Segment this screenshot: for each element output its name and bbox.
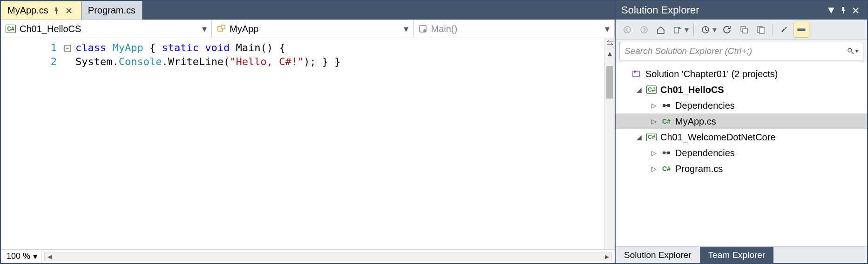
svg-rect-16 [633, 71, 639, 77]
tree-label: Dependencies [675, 148, 735, 158]
window-dropdown-icon[interactable]: ▼ [825, 4, 837, 16]
expand-toggle-icon[interactable] [635, 86, 643, 93]
chevron-down-icon: ▾ [605, 23, 610, 34]
tree-label: Dependencies [675, 100, 735, 111]
zoom-label: 100 % [7, 251, 30, 261]
svg-point-6 [641, 26, 647, 33]
scroll-left-icon[interactable]: ◂ [45, 252, 54, 261]
tree-node[interactable]: C#Program.cs [616, 161, 867, 177]
sync-with-active-icon[interactable] [670, 22, 685, 38]
search-icon[interactable]: ▾ [847, 47, 858, 55]
chevron-down-icon: ▾ [202, 23, 207, 34]
vertical-scrollbar[interactable]: ▴ [604, 38, 615, 249]
svg-rect-13 [798, 29, 805, 31]
cs-icon: C# [661, 116, 671, 126]
nav-member-dropdown[interactable]: Main() ▾ [414, 20, 615, 38]
svg-rect-19 [663, 152, 665, 154]
solution-explorer-panel: Solution Explorer ▼ ▾ ▾ [616, 1, 867, 263]
solution-search[interactable]: ▾ [619, 42, 863, 60]
nav-class-label: MyApp [230, 24, 258, 34]
fold-column[interactable]: − [61, 38, 74, 249]
svg-point-5 [624, 26, 631, 33]
solution-tree[interactable]: Solution 'Chapter01' (2 projects)C#Ch01_… [616, 62, 867, 246]
proj-icon: C# [646, 85, 657, 95]
tree-label: Program.cs [675, 164, 723, 174]
chevron-down-icon: ▾ [404, 23, 408, 34]
class-icon [217, 24, 226, 33]
properties-icon[interactable] [777, 22, 793, 38]
tree-node[interactable]: Dependencies [616, 145, 867, 161]
svg-rect-10 [743, 28, 747, 33]
tab-team-explorer[interactable]: Team Explorer [700, 247, 774, 263]
panel-title: Solution Explorer [621, 4, 699, 16]
fold-toggle-icon[interactable]: − [64, 45, 71, 52]
scroll-up-icon[interactable]: ▴ [605, 48, 615, 59]
line-number: 2 [1, 55, 57, 69]
editor-pane: MyApp.cs Program.cs C# Ch01_HelloCS ▾ [1, 1, 616, 263]
pending-changes-icon[interactable] [698, 22, 713, 38]
method-icon [418, 24, 427, 33]
svg-rect-4 [424, 30, 426, 32]
split-editor-icon[interactable] [605, 38, 615, 48]
sln-icon [631, 69, 642, 79]
nav-scope-label: Ch01_HelloCS [20, 24, 81, 34]
scroll-right-icon[interactable]: ▸ [602, 252, 611, 261]
code-text[interactable]: class MyApp { static void Main() {System… [74, 38, 615, 249]
expand-toggle-icon[interactable] [650, 165, 658, 172]
svg-rect-20 [667, 152, 670, 154]
tree-node[interactable]: C#Ch01_WelcomeDotNetCore [616, 129, 867, 145]
line-number: 1 [1, 41, 57, 55]
svg-rect-7 [674, 27, 678, 33]
pin-icon[interactable] [837, 4, 849, 16]
svg-rect-12 [760, 27, 764, 33]
tab-solution-explorer[interactable]: Solution Explorer [616, 247, 700, 263]
editor-status-bar: 100 % ▾ ◂ ▸ [1, 249, 615, 263]
tree-label: Ch01_WelcomeDotNetCore [660, 132, 776, 143]
navigation-bar: C# Ch01_HelloCS ▾ MyApp ▾ Main() ▾ [1, 20, 615, 38]
expand-toggle-icon[interactable] [635, 133, 643, 141]
code-editor[interactable]: 1 2 − class MyApp { static void Main() {… [1, 38, 615, 249]
proj-icon: C# [646, 132, 657, 142]
tree-label: Solution 'Chapter01' (2 projects) [645, 69, 778, 79]
csharp-project-icon: C# [6, 25, 16, 33]
expand-toggle-icon[interactable] [650, 102, 658, 109]
tree-node[interactable]: C#Ch01_HelloCS [616, 82, 867, 98]
collapse-all-icon[interactable] [736, 22, 752, 38]
dep-icon [661, 148, 671, 158]
chevron-down-icon[interactable]: ▾ [712, 25, 717, 35]
panel-title-bar[interactable]: Solution Explorer ▼ [616, 1, 867, 20]
search-input[interactable] [624, 46, 847, 56]
zoom-dropdown[interactable]: 100 % ▾ [1, 250, 41, 263]
document-tab-bar: MyApp.cs Program.cs [1, 1, 615, 20]
panel-bottom-tabs: Solution Explorer Team Explorer [616, 246, 867, 263]
close-icon[interactable] [849, 4, 861, 16]
horizontal-scrollbar[interactable]: ◂ ▸ [44, 252, 612, 261]
scroll-thumb[interactable] [606, 66, 613, 99]
tree-node[interactable]: Solution 'Chapter01' (2 projects) [616, 66, 867, 82]
dep-icon [661, 100, 671, 111]
tree-node[interactable]: Dependencies [616, 98, 867, 113]
tab-myapp[interactable]: MyApp.cs [1, 1, 81, 20]
home-icon[interactable] [653, 22, 669, 38]
solution-explorer-toolbar: ▾ ▾ [616, 20, 867, 40]
nav-class-dropdown[interactable]: MyApp ▾ [212, 20, 413, 38]
refresh-icon[interactable] [719, 22, 735, 38]
pin-icon[interactable] [53, 7, 61, 14]
tree-label: Ch01_HelloCS [660, 85, 724, 95]
chevron-down-icon: ▾ [33, 251, 37, 262]
svg-rect-1 [221, 25, 225, 29]
nav-forward-icon[interactable] [636, 22, 652, 38]
nav-scope-dropdown[interactable]: C# Ch01_HelloCS ▾ [1, 20, 212, 38]
preview-selected-icon[interactable] [793, 22, 809, 38]
cs-icon: C# [661, 164, 671, 174]
chevron-down-icon[interactable]: ▾ [685, 25, 689, 35]
expand-toggle-icon[interactable] [650, 149, 658, 157]
tab-label: MyApp.cs [7, 5, 48, 16]
expand-toggle-icon[interactable] [650, 118, 658, 125]
nav-back-icon[interactable] [619, 22, 635, 38]
tab-program[interactable]: Program.cs [81, 1, 142, 20]
svg-rect-17 [663, 104, 665, 107]
close-icon[interactable] [66, 8, 75, 13]
tree-node[interactable]: C#MyApp.cs [616, 113, 867, 129]
show-all-files-icon[interactable] [753, 22, 769, 38]
